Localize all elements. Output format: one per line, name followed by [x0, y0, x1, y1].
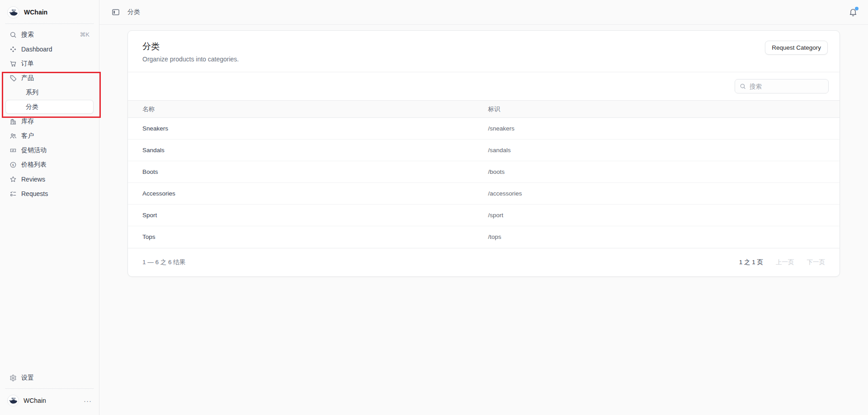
- sidebar-item-label: 客户: [21, 132, 34, 140]
- sidebar-item-requests[interactable]: Requests: [5, 187, 94, 201]
- categories-card: 分类 Organize products into categories. Re…: [127, 30, 840, 277]
- table-row[interactable]: Boots /boots: [128, 161, 840, 183]
- sidebar-nav: 搜索 ⌘K Dashboard 订单 产品 系列 分类: [5, 28, 94, 201]
- sidebar-item-search[interactable]: 搜索 ⌘K: [5, 28, 94, 42]
- tag-icon: [9, 75, 17, 82]
- sidebar-item-label: 分类: [26, 103, 38, 111]
- table-row[interactable]: Tops /tops: [128, 226, 840, 248]
- sidebar-bottom: 设置 WChain ···: [5, 371, 94, 409]
- page-title: 分类: [142, 41, 239, 52]
- sidebar-item-orders[interactable]: 订单: [5, 56, 94, 70]
- column-header-name: 名称: [128, 101, 488, 118]
- categories-table: 名称 标识 Sneakers /sneakers Sandals /sandal…: [128, 100, 840, 248]
- sidebar-item-label: 促销活动: [21, 146, 47, 154]
- users-icon: [9, 132, 17, 140]
- sidebar-item-label: 搜索: [21, 31, 34, 39]
- page-content: 分类 Organize products into categories. Re…: [99, 25, 868, 282]
- main-area: 分类 分类 Organize products into categories.…: [99, 0, 868, 415]
- dashboard-icon: [9, 46, 17, 53]
- gear-icon: [9, 374, 17, 382]
- user-menu[interactable]: WChain ···: [5, 392, 94, 409]
- ellipsis-menu-icon[interactable]: ···: [84, 397, 92, 405]
- table-search[interactable]: [735, 79, 829, 93]
- search-icon: [740, 83, 746, 89]
- sidebar-item-categories[interactable]: 分类: [5, 100, 94, 114]
- ticket-icon: [9, 147, 17, 154]
- results-count: 1 — 6 之 6 结果: [142, 258, 185, 266]
- sidebar-item-reviews[interactable]: Reviews: [5, 172, 94, 186]
- sidebar-item-dashboard[interactable]: Dashboard: [5, 42, 94, 56]
- sidebar-item-label: 订单: [21, 60, 34, 68]
- sidebar-item-label: 设置: [21, 374, 34, 382]
- workspace-name: WChain: [24, 9, 47, 16]
- table-row[interactable]: Sport /sport: [128, 205, 840, 226]
- shortcut-badge: ⌘K: [80, 31, 90, 38]
- search-icon: [9, 31, 17, 38]
- checklist-icon: [9, 190, 17, 197]
- table-toolbar: [128, 72, 840, 100]
- notifications-bell-icon[interactable]: [848, 7, 858, 17]
- svg-text:$: $: [12, 163, 14, 167]
- user-name: WChain: [24, 397, 46, 404]
- sidebar-item-promotions[interactable]: 促销活动: [5, 143, 94, 157]
- sidebar-item-label: 价格列表: [21, 161, 47, 169]
- sidebar-item-label: 库存: [21, 117, 34, 126]
- topbar: 分类: [99, 0, 868, 25]
- search-input[interactable]: [750, 83, 824, 90]
- sidebar-item-label: 系列: [26, 89, 38, 97]
- whale-logo-icon: [7, 6, 19, 19]
- sidebar-item-products[interactable]: 产品: [5, 71, 94, 85]
- building-icon: [9, 118, 17, 125]
- dollar-circle-icon: $: [9, 161, 17, 168]
- sidebar-item-label: Reviews: [21, 176, 45, 183]
- table-footer: 1 — 6 之 6 结果 1 之 1 页 上一页 下一页: [128, 248, 840, 276]
- sidebar-item-price-lists[interactable]: $ 价格列表: [5, 158, 94, 172]
- sidebar-item-inventory[interactable]: 库存: [5, 114, 94, 128]
- star-icon: [9, 176, 17, 183]
- table-header-row: 名称 标识: [128, 101, 840, 118]
- prev-page-button[interactable]: 上一页: [776, 258, 794, 266]
- sidebar-toggle-icon[interactable]: [111, 8, 120, 17]
- sidebar-item-label: 产品: [21, 74, 34, 82]
- divider: [5, 23, 94, 24]
- cart-icon: [9, 60, 17, 67]
- pagination: 1 之 1 页 上一页 下一页: [739, 258, 825, 266]
- card-header: 分类 Organize products into categories. Re…: [128, 31, 840, 72]
- sidebar-item-customers[interactable]: 客户: [5, 129, 94, 143]
- sidebar: WChain 搜索 ⌘K Dashboard 订单 产品: [0, 0, 99, 415]
- sidebar-item-collections[interactable]: 系列: [5, 85, 94, 99]
- next-page-button[interactable]: 下一页: [807, 258, 826, 266]
- table-row[interactable]: Accessories /accessories: [128, 183, 840, 205]
- sidebar-item-settings[interactable]: 设置: [5, 371, 94, 385]
- request-category-button[interactable]: Request Category: [765, 41, 828, 55]
- page-subtitle: Organize products into categories.: [142, 56, 239, 63]
- sidebar-item-label: Requests: [21, 190, 48, 197]
- table-row[interactable]: Sandals /sandals: [128, 140, 840, 161]
- whale-logo-icon: [7, 395, 19, 406]
- breadcrumb: 分类: [127, 8, 140, 16]
- table-row[interactable]: Sneakers /sneakers: [128, 118, 840, 140]
- divider: [5, 388, 94, 389]
- column-header-handle: 标识: [488, 101, 840, 118]
- sidebar-item-label: Dashboard: [21, 46, 52, 53]
- page-indicator: 1 之 1 页: [739, 258, 763, 266]
- notification-dot: [855, 7, 859, 10]
- workspace-switcher[interactable]: WChain: [5, 5, 94, 20]
